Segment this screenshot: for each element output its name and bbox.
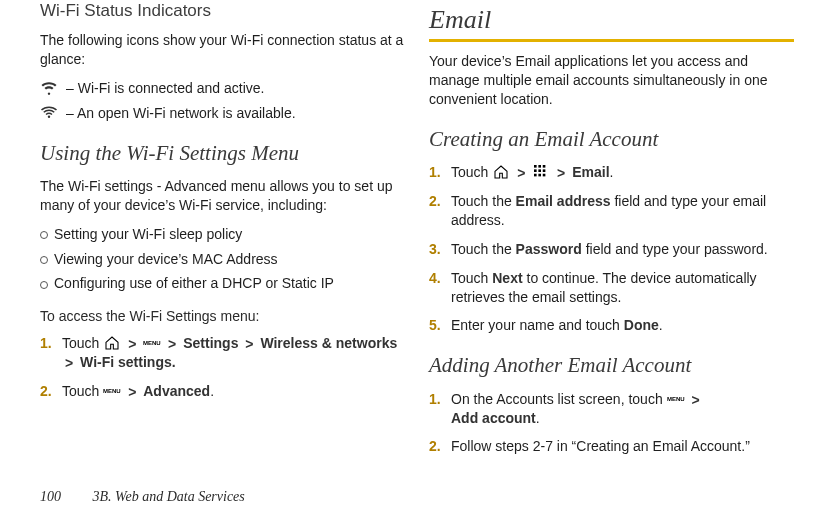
wifi-connected-row: – Wi-Fi is connected and active.	[40, 79, 405, 98]
wifi-step-1: Touch > MENU > Settings > Wireless & net…	[40, 334, 405, 372]
apps-grid-icon	[532, 164, 550, 180]
step1-pre: Touch	[62, 335, 103, 351]
svg-point-0	[48, 116, 50, 118]
step2-post: .	[210, 383, 214, 399]
c4-b: Next	[492, 270, 522, 286]
page-number: 100	[40, 489, 61, 504]
wifi-open-icon	[40, 104, 58, 122]
wifi-open-text: – An open Wi-Fi network is available.	[66, 104, 296, 123]
bullet-sleep-policy: Setting your Wi-Fi sleep policy	[40, 225, 405, 244]
wifi-connected-text: – Wi-Fi is connected and active.	[66, 79, 264, 98]
chevron-icon: >	[242, 335, 256, 354]
menu-icon: MENU	[143, 335, 161, 351]
add-step-2: Follow steps 2-7 in “Creating an Email A…	[429, 437, 794, 456]
svg-rect-10	[539, 174, 542, 177]
bullet-mac-address: Viewing your device’s MAC Address	[40, 250, 405, 269]
c3-a: Touch the	[451, 241, 516, 257]
c1-email: Email	[572, 164, 609, 180]
chevron-icon: >	[62, 354, 76, 373]
chevron-icon: >	[554, 164, 568, 183]
chevron-icon: >	[125, 383, 139, 402]
chevron-icon: >	[165, 335, 179, 354]
menu-icon: MENU	[667, 391, 685, 407]
adding-email-heading: Adding Another Email Account	[429, 351, 794, 379]
wifi-open-row: – An open Wi-Fi network is available.	[40, 104, 405, 123]
create-email-steps: Touch > > Email.	[429, 163, 794, 335]
svg-text:MENU: MENU	[103, 389, 121, 395]
svg-rect-3	[534, 165, 537, 168]
create-step-3: Touch the Password field and type your p…	[429, 240, 794, 259]
page-footer: 100 3B. Web and Data Services	[40, 488, 245, 507]
add-step-1: On the Accounts list screen, touch MENU …	[429, 390, 794, 428]
home-icon	[103, 335, 121, 351]
wifi-icon	[40, 79, 58, 97]
email-heading: Email	[429, 0, 794, 37]
a1-b: Add account	[451, 410, 536, 426]
chevron-icon: >	[514, 164, 528, 183]
email-intro: Your device’s Email applications let you…	[429, 52, 794, 109]
right-column: Email Your device’s Email applications l…	[429, 0, 794, 466]
create-step-2: Touch the Email address field and type y…	[429, 192, 794, 230]
create-step-1: Touch > > Email.	[429, 163, 794, 182]
c4-a: Touch	[451, 270, 492, 286]
chevron-icon: >	[688, 391, 702, 410]
svg-rect-7	[539, 170, 542, 173]
home-icon	[492, 164, 510, 180]
c3-b: Password	[516, 241, 582, 257]
svg-rect-8	[543, 170, 546, 173]
step1-wifi: Wi-Fi settings.	[80, 354, 176, 370]
wifi-step-2: Touch MENU > Advanced.	[40, 382, 405, 401]
wifi-settings-menu-intro: The Wi-Fi settings - Advanced menu allow…	[40, 177, 405, 215]
wifi-access-steps: Touch > MENU > Settings > Wireless & net…	[40, 334, 405, 401]
svg-rect-6	[534, 170, 537, 173]
menu-icon: MENU	[103, 383, 121, 399]
chevron-icon: >	[125, 335, 139, 354]
svg-rect-11	[543, 174, 546, 177]
a1-a: On the Accounts list screen, touch	[451, 391, 667, 407]
c2-a: Touch the	[451, 193, 516, 209]
step2-advanced: Advanced	[143, 383, 210, 399]
svg-rect-5	[543, 165, 546, 168]
wifi-access-runin: To access the Wi-Fi Settings menu:	[40, 307, 405, 326]
c3-c: field and type your password.	[582, 241, 768, 257]
add-email-steps: On the Accounts list screen, touch MENU …	[429, 390, 794, 457]
c5-c: .	[659, 317, 663, 333]
svg-text:MENU: MENU	[667, 396, 685, 402]
c1-pre: Touch	[451, 164, 492, 180]
chapter-title: 3B. Web and Data Services	[93, 489, 245, 504]
wifi-settings-bullets: Setting your Wi-Fi sleep policy Viewing …	[40, 225, 405, 294]
step2-pre: Touch	[62, 383, 103, 399]
a1-c: .	[536, 410, 540, 426]
svg-text:MENU: MENU	[143, 341, 161, 347]
creating-email-heading: Creating an Email Account	[429, 125, 794, 153]
wifi-status-heading: Wi-Fi Status Indicators	[40, 0, 405, 23]
wifi-settings-menu-heading: Using the Wi-Fi Settings Menu	[40, 139, 405, 167]
svg-rect-4	[539, 165, 542, 168]
create-step-4: Touch Next to continue. The device autom…	[429, 269, 794, 307]
c5-a: Enter your name and touch	[451, 317, 624, 333]
wifi-status-intro: The following icons show your Wi-Fi conn…	[40, 31, 405, 69]
c1-post: .	[610, 164, 614, 180]
c2-b: Email address	[516, 193, 611, 209]
create-step-5: Enter your name and touch Done.	[429, 316, 794, 335]
bullet-dhcp-static: Configuring use of either a DHCP or Stat…	[40, 274, 405, 293]
left-column: Wi-Fi Status Indicators The following ic…	[40, 0, 405, 466]
svg-rect-9	[534, 174, 537, 177]
c5-b: Done	[624, 317, 659, 333]
email-heading-rule	[429, 39, 794, 42]
step1-settings: Settings	[183, 335, 238, 351]
step1-wireless: Wireless & networks	[260, 335, 397, 351]
